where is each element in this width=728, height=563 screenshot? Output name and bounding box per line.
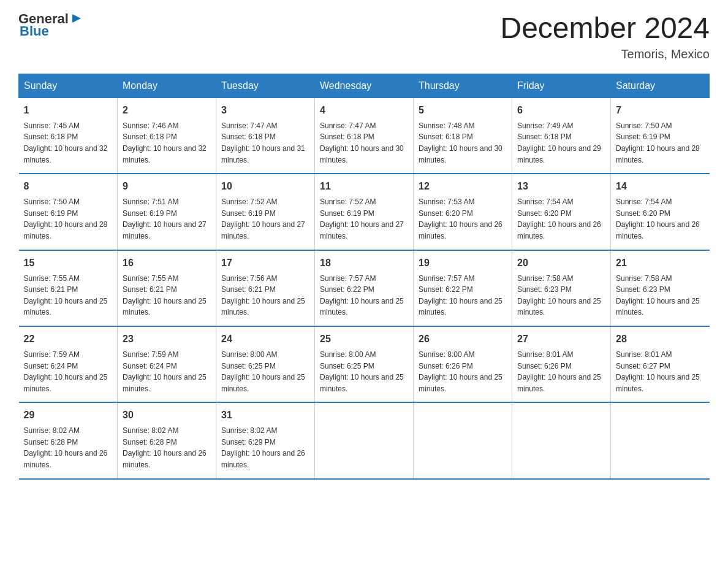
day-cell: 16Sunrise: 7:55 AMSunset: 6:21 PMDayligh… (118, 250, 216, 326)
day-info: Sunrise: 8:02 AMSunset: 6:29 PMDaylight:… (221, 425, 309, 470)
day-cell (414, 402, 512, 478)
day-number: 6 (517, 103, 605, 118)
day-info: Sunrise: 7:52 AMSunset: 6:19 PMDaylight:… (320, 196, 408, 242)
day-info: Sunrise: 8:00 AMSunset: 6:26 PMDaylight:… (419, 349, 507, 394)
day-number: 23 (123, 332, 211, 347)
week-row-2: 8Sunrise: 7:50 AMSunset: 6:19 PMDaylight… (19, 174, 710, 250)
day-info: Sunrise: 7:53 AMSunset: 6:20 PMDaylight:… (419, 196, 507, 242)
day-number: 15 (24, 256, 113, 270)
header-day-friday: Friday (512, 74, 611, 98)
day-cell: 6Sunrise: 7:49 AMSunset: 6:18 PMDaylight… (512, 98, 611, 174)
calendar-body: 1Sunrise: 7:45 AMSunset: 6:18 PMDaylight… (19, 98, 710, 478)
day-info: Sunrise: 7:50 AMSunset: 6:19 PMDaylight:… (24, 196, 113, 242)
day-number: 9 (123, 179, 211, 194)
logo-image: General Blue (18, 12, 83, 38)
day-info: Sunrise: 8:02 AMSunset: 6:28 PMDaylight:… (123, 425, 211, 470)
week-row-5: 29Sunrise: 8:02 AMSunset: 6:28 PMDayligh… (19, 402, 710, 478)
calendar-table: SundayMondayTuesdayWednesdayThursdayFrid… (18, 74, 710, 480)
day-cell: 7Sunrise: 7:50 AMSunset: 6:19 PMDaylight… (611, 98, 710, 174)
day-number: 21 (616, 256, 705, 270)
day-cell: 12Sunrise: 7:53 AMSunset: 6:20 PMDayligh… (414, 174, 512, 250)
day-number: 5 (419, 103, 507, 118)
day-cell: 1Sunrise: 7:45 AMSunset: 6:18 PMDaylight… (19, 98, 118, 174)
day-cell: 5Sunrise: 7:48 AMSunset: 6:18 PMDaylight… (414, 98, 512, 174)
header-day-saturday: Saturday (611, 74, 710, 98)
day-number: 2 (123, 103, 211, 118)
day-number: 16 (123, 256, 211, 270)
day-info: Sunrise: 7:45 AMSunset: 6:18 PMDaylight:… (24, 120, 113, 166)
day-cell: 21Sunrise: 7:58 AMSunset: 6:23 PMDayligh… (611, 250, 710, 326)
day-number: 25 (320, 332, 408, 347)
day-number: 1 (24, 103, 113, 118)
day-number: 10 (221, 179, 309, 194)
day-cell: 24Sunrise: 8:00 AMSunset: 6:25 PMDayligh… (216, 326, 315, 402)
day-cell: 22Sunrise: 7:59 AMSunset: 6:24 PMDayligh… (19, 326, 118, 402)
day-cell (512, 402, 611, 478)
day-cell: 10Sunrise: 7:52 AMSunset: 6:19 PMDayligh… (216, 174, 315, 250)
day-info: Sunrise: 7:59 AMSunset: 6:24 PMDaylight:… (123, 349, 211, 394)
day-number: 31 (221, 408, 309, 423)
day-cell: 14Sunrise: 7:54 AMSunset: 6:20 PMDayligh… (611, 174, 710, 250)
day-number: 28 (616, 332, 705, 347)
calendar-header: SundayMondayTuesdayWednesdayThursdayFrid… (19, 74, 710, 98)
page-header: General Blue December 2024 Temoris, Mexi… (18, 12, 710, 61)
header-day-sunday: Sunday (19, 74, 118, 98)
day-info: Sunrise: 7:47 AMSunset: 6:18 PMDaylight:… (320, 120, 408, 166)
day-info: Sunrise: 8:00 AMSunset: 6:25 PMDaylight:… (221, 349, 309, 394)
day-number: 24 (221, 332, 309, 347)
day-info: Sunrise: 7:55 AMSunset: 6:21 PMDaylight:… (24, 273, 113, 318)
day-number: 13 (517, 179, 605, 194)
day-number: 19 (419, 256, 507, 270)
day-cell: 15Sunrise: 7:55 AMSunset: 6:21 PMDayligh… (19, 250, 118, 326)
day-cell: 11Sunrise: 7:52 AMSunset: 6:19 PMDayligh… (315, 174, 414, 250)
header-day-wednesday: Wednesday (315, 74, 414, 98)
day-info: Sunrise: 7:58 AMSunset: 6:23 PMDaylight:… (517, 273, 605, 318)
day-cell: 3Sunrise: 7:47 AMSunset: 6:18 PMDaylight… (216, 98, 315, 174)
day-cell: 17Sunrise: 7:56 AMSunset: 6:21 PMDayligh… (216, 250, 315, 326)
day-cell: 8Sunrise: 7:50 AMSunset: 6:19 PMDaylight… (19, 174, 118, 250)
day-number: 20 (517, 256, 605, 270)
day-number: 7 (616, 103, 705, 118)
svg-marker-0 (72, 14, 81, 23)
day-cell (611, 402, 710, 478)
logo-arrow-icon (70, 12, 83, 25)
day-info: Sunrise: 7:55 AMSunset: 6:21 PMDaylight:… (123, 273, 211, 318)
day-info: Sunrise: 7:49 AMSunset: 6:18 PMDaylight:… (517, 120, 605, 166)
day-cell: 13Sunrise: 7:54 AMSunset: 6:20 PMDayligh… (512, 174, 611, 250)
day-cell: 31Sunrise: 8:02 AMSunset: 6:29 PMDayligh… (216, 402, 315, 478)
day-number: 18 (320, 256, 408, 270)
day-info: Sunrise: 7:57 AMSunset: 6:22 PMDaylight:… (419, 273, 507, 318)
day-info: Sunrise: 7:47 AMSunset: 6:18 PMDaylight:… (221, 120, 309, 166)
day-cell: 2Sunrise: 7:46 AMSunset: 6:18 PMDaylight… (118, 98, 216, 174)
header-row: SundayMondayTuesdayWednesdayThursdayFrid… (19, 74, 710, 98)
day-info: Sunrise: 7:46 AMSunset: 6:18 PMDaylight:… (123, 120, 211, 166)
day-cell: 25Sunrise: 8:00 AMSunset: 6:25 PMDayligh… (315, 326, 414, 402)
day-info: Sunrise: 7:56 AMSunset: 6:21 PMDaylight:… (221, 273, 309, 318)
day-cell: 29Sunrise: 8:02 AMSunset: 6:28 PMDayligh… (19, 402, 118, 478)
day-cell: 4Sunrise: 7:47 AMSunset: 6:18 PMDaylight… (315, 98, 414, 174)
day-info: Sunrise: 8:01 AMSunset: 6:26 PMDaylight:… (517, 349, 605, 394)
day-cell: 23Sunrise: 7:59 AMSunset: 6:24 PMDayligh… (118, 326, 216, 402)
day-number: 30 (123, 408, 211, 423)
day-number: 8 (24, 179, 113, 194)
day-number: 4 (320, 103, 408, 118)
day-cell: 28Sunrise: 8:01 AMSunset: 6:27 PMDayligh… (611, 326, 710, 402)
logo-blue: Blue (18, 25, 83, 38)
title-section: December 2024 Temoris, Mexico (500, 12, 710, 61)
day-number: 27 (517, 332, 605, 347)
day-cell: 9Sunrise: 7:51 AMSunset: 6:19 PMDaylight… (118, 174, 216, 250)
week-row-4: 22Sunrise: 7:59 AMSunset: 6:24 PMDayligh… (19, 326, 710, 402)
week-row-1: 1Sunrise: 7:45 AMSunset: 6:18 PMDaylight… (19, 98, 710, 174)
day-info: Sunrise: 8:02 AMSunset: 6:28 PMDaylight:… (24, 425, 113, 470)
day-number: 12 (419, 179, 507, 194)
day-cell: 26Sunrise: 8:00 AMSunset: 6:26 PMDayligh… (414, 326, 512, 402)
day-number: 3 (221, 103, 309, 118)
day-number: 17 (221, 256, 309, 270)
location: Temoris, Mexico (500, 47, 710, 61)
day-cell: 27Sunrise: 8:01 AMSunset: 6:26 PMDayligh… (512, 326, 611, 402)
month-title: December 2024 (500, 12, 710, 45)
day-number: 11 (320, 179, 408, 194)
day-info: Sunrise: 8:00 AMSunset: 6:25 PMDaylight:… (320, 349, 408, 394)
day-cell (315, 402, 414, 478)
day-cell: 19Sunrise: 7:57 AMSunset: 6:22 PMDayligh… (414, 250, 512, 326)
